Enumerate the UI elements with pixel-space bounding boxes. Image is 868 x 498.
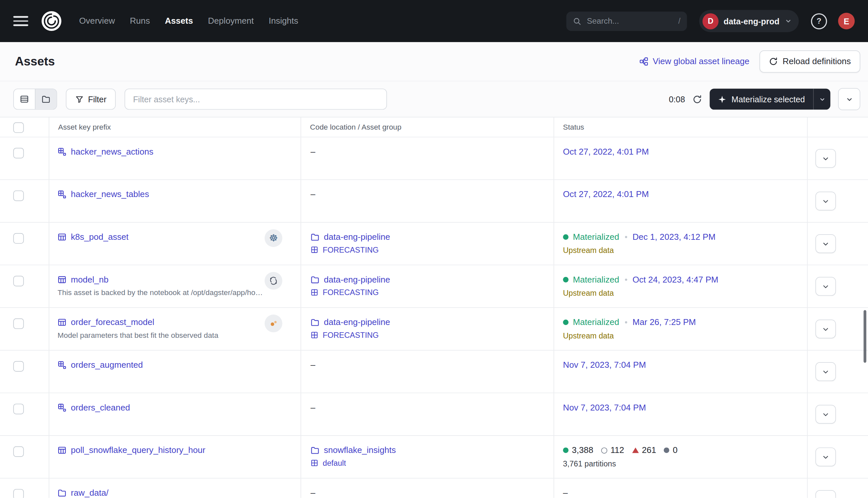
- asset-name-link[interactable]: orders_cleaned: [71, 403, 130, 412]
- asset-name-link[interactable]: hacker_news_tables: [71, 189, 149, 199]
- table-icon: [57, 275, 66, 284]
- table-icon: [57, 233, 66, 241]
- scrollbar-thumb[interactable]: [864, 310, 866, 363]
- asset-name-link[interactable]: raw_data/: [71, 488, 109, 498]
- materialization-date-link[interactable]: Nov 7, 2023, 7:04 PM: [563, 403, 646, 412]
- upstream-data-label: Upstream data: [563, 246, 802, 255]
- multi-asset-icon: [57, 147, 66, 156]
- row-expand-button[interactable]: [815, 405, 836, 424]
- partition-count-success[interactable]: 3,388: [563, 445, 593, 455]
- empty-value: –: [311, 147, 316, 156]
- table-row: poll_snowflake_query_history_hour snowfl…: [0, 436, 868, 479]
- code-location-link[interactable]: data-eng-pipeline: [324, 317, 390, 327]
- asset-group-link[interactable]: default: [323, 459, 346, 468]
- search-icon: [573, 17, 581, 25]
- partition-count-failed[interactable]: 261: [632, 445, 656, 455]
- empty-value: –: [311, 360, 316, 369]
- row-checkbox[interactable]: [13, 318, 24, 329]
- row-expand-button[interactable]: [815, 362, 836, 381]
- materialized-dot-icon: [563, 234, 569, 240]
- more-actions-button[interactable]: [838, 88, 860, 110]
- row-checkbox[interactable]: [13, 404, 24, 414]
- nav-item-deployment[interactable]: Deployment: [208, 16, 254, 26]
- asset-name-link[interactable]: order_forecast_model: [71, 317, 155, 327]
- materialization-date-link[interactable]: Mar 26, 7:25 PM: [632, 317, 696, 327]
- nav-item-overview[interactable]: Overview: [79, 16, 115, 26]
- plotly-icon: [269, 319, 278, 328]
- view-mode-toggle: [13, 89, 57, 109]
- row-expand-button[interactable]: [815, 149, 836, 168]
- asset-group-link[interactable]: FORECASTING: [323, 288, 379, 297]
- row-expand-button[interactable]: [815, 234, 836, 253]
- row-expand-button[interactable]: [815, 319, 836, 338]
- refresh-timer: 0:08: [669, 94, 685, 104]
- refresh-icon[interactable]: [693, 94, 702, 104]
- menu-icon[interactable]: [13, 16, 28, 26]
- materialization-date-link[interactable]: Oct 24, 2023, 4:47 PM: [632, 275, 718, 285]
- table-row: orders_cleaned – Nov 7, 2023, 7:04 PM: [0, 393, 868, 436]
- dagster-logo-icon[interactable]: [39, 9, 64, 33]
- asset-group-icon: [311, 331, 319, 339]
- multi-asset-icon: [57, 403, 66, 412]
- filter-asset-keys-input[interactable]: [125, 89, 387, 109]
- row-expand-button[interactable]: [815, 192, 836, 210]
- asset-name-link[interactable]: orders_augmented: [71, 360, 143, 370]
- asset-description: Model parameters that best fit the obser…: [57, 331, 301, 339]
- asset-group-link[interactable]: FORECASTING: [323, 245, 379, 254]
- row-checkbox[interactable]: [13, 446, 24, 457]
- view-global-asset-lineage-link[interactable]: View global asset lineage: [640, 56, 749, 66]
- folder-outline-icon: [311, 275, 320, 284]
- materialize-selected-button[interactable]: Materialize selected: [710, 89, 813, 109]
- materialize-options-caret[interactable]: [813, 89, 830, 109]
- row-checkbox[interactable]: [13, 191, 24, 201]
- table-row: hacker_news_actions – Oct 27, 2022, 4:01…: [0, 137, 868, 180]
- table-icon: [57, 446, 66, 455]
- materialization-date-link[interactable]: Oct 27, 2022, 4:01 PM: [563, 189, 649, 199]
- row-expand-button[interactable]: [815, 490, 836, 498]
- partition-count-value: 112: [611, 445, 624, 455]
- select-all-checkbox[interactable]: [13, 122, 24, 133]
- row-expand-button[interactable]: [815, 277, 836, 296]
- row-checkbox[interactable]: [13, 233, 24, 244]
- deployment-switcher[interactable]: D data-eng-prod: [699, 10, 799, 32]
- asset-name-link[interactable]: poll_snowflake_query_history_hour: [71, 445, 205, 455]
- empty-value: –: [311, 403, 316, 412]
- materialize-selected-button-group: Materialize selected: [710, 89, 830, 109]
- success-dot-icon: [563, 447, 569, 453]
- code-location-link[interactable]: data-eng-pipeline: [324, 275, 390, 285]
- code-location-link[interactable]: data-eng-pipeline: [324, 232, 390, 242]
- asset-name-link[interactable]: k8s_pod_asset: [71, 232, 129, 242]
- empty-value: –: [563, 488, 568, 497]
- nav-item-runs[interactable]: Runs: [130, 16, 150, 26]
- row-expand-button[interactable]: [815, 447, 836, 466]
- materialization-date-link[interactable]: Oct 27, 2022, 4:01 PM: [563, 147, 649, 156]
- asset-table: Asset key prefix Code location / Asset g…: [0, 117, 868, 498]
- sparkle-icon: [718, 95, 726, 103]
- nav-item-insights[interactable]: Insights: [269, 16, 298, 26]
- row-checkbox[interactable]: [13, 148, 24, 159]
- table-row: hacker_news_tables – Oct 27, 2022, 4:01 …: [0, 180, 868, 223]
- materialization-date-link[interactable]: Dec 1, 2023, 4:12 PM: [632, 232, 716, 242]
- row-checkbox[interactable]: [13, 489, 24, 498]
- table-row: k8s_pod_asset ☸ data-eng-pipeline FORECA…: [0, 223, 868, 265]
- asset-name-link[interactable]: hacker_news_actions: [71, 147, 153, 157]
- row-checkbox[interactable]: [13, 276, 24, 286]
- reload-definitions-button[interactable]: Reload definitions: [760, 50, 860, 73]
- global-search[interactable]: /: [566, 12, 687, 31]
- user-avatar[interactable]: E: [838, 13, 855, 30]
- asset-group-icon: [311, 288, 319, 296]
- partition-count-other[interactable]: 0: [664, 445, 677, 455]
- flat-view-toggle[interactable]: [14, 89, 35, 109]
- code-location-link[interactable]: snowflake_insights: [324, 445, 396, 455]
- help-icon[interactable]: ?: [811, 13, 827, 29]
- partition-count-missing[interactable]: 112: [601, 445, 624, 455]
- search-input[interactable]: [586, 16, 674, 26]
- asset-name-link[interactable]: model_nb: [71, 275, 109, 285]
- filter-button[interactable]: Filter: [66, 89, 116, 109]
- materialization-date-link[interactable]: Nov 7, 2023, 7:04 PM: [563, 360, 646, 369]
- column-header-code-location: Code location / Asset group: [301, 123, 401, 131]
- directory-view-toggle[interactable]: [35, 89, 56, 109]
- asset-group-link[interactable]: FORECASTING: [323, 330, 379, 339]
- row-checkbox[interactable]: [13, 361, 24, 372]
- nav-item-assets[interactable]: Assets: [165, 16, 193, 26]
